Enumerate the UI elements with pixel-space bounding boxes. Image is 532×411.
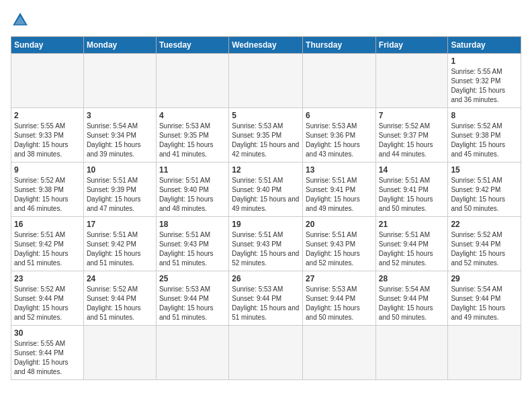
day-number: 11: [159, 165, 226, 175]
calendar-week-row: 23 Sunrise: 5:52 AM Sunset: 9:44 PM Dayl…: [11, 271, 521, 326]
day-info: Sunrise: 5:51 AM Sunset: 9:41 PM Dayligh…: [306, 176, 373, 214]
table-row: [303, 54, 376, 108]
table-row: 13 Sunrise: 5:51 AM Sunset: 9:41 PM Dayl…: [303, 163, 376, 217]
day-info: Sunrise: 5:52 AM Sunset: 9:44 PM Dayligh…: [451, 230, 518, 268]
table-row: 8 Sunrise: 5:52 AM Sunset: 9:38 PM Dayli…: [448, 108, 521, 163]
day-number: 27: [306, 274, 373, 283]
day-number: 15: [451, 165, 518, 175]
table-row: [229, 326, 303, 380]
table-row: 5 Sunrise: 5:53 AM Sunset: 9:35 PM Dayli…: [229, 108, 303, 163]
calendar-table: Sunday Monday Tuesday Wednesday Thursday…: [11, 36, 521, 380]
table-row: 17 Sunrise: 5:51 AM Sunset: 9:42 PM Dayl…: [83, 217, 156, 271]
table-row: 10 Sunrise: 5:51 AM Sunset: 9:39 PM Dayl…: [83, 163, 156, 217]
day-info: Sunrise: 5:55 AM Sunset: 9:32 PM Dayligh…: [451, 67, 518, 105]
day-number: 9: [14, 165, 81, 175]
table-row: 27 Sunrise: 5:53 AM Sunset: 9:44 PM Dayl…: [303, 271, 376, 326]
table-row: 19 Sunrise: 5:51 AM Sunset: 9:43 PM Dayl…: [229, 217, 303, 271]
table-row: 12 Sunrise: 5:51 AM Sunset: 9:40 PM Dayl…: [229, 163, 303, 217]
day-number: 4: [159, 111, 226, 120]
table-row: 6 Sunrise: 5:53 AM Sunset: 9:36 PM Dayli…: [303, 108, 376, 163]
day-info: Sunrise: 5:55 AM Sunset: 9:33 PM Dayligh…: [14, 122, 81, 159]
day-number: 16: [14, 220, 81, 229]
table-row: 28 Sunrise: 5:54 AM Sunset: 9:44 PM Dayl…: [375, 271, 448, 326]
day-info: Sunrise: 5:52 AM Sunset: 9:44 PM Dayligh…: [87, 285, 153, 322]
day-info: Sunrise: 5:51 AM Sunset: 9:42 PM Dayligh…: [87, 230, 153, 268]
day-info: Sunrise: 5:52 AM Sunset: 9:38 PM Dayligh…: [14, 176, 81, 214]
day-info: Sunrise: 5:54 AM Sunset: 9:44 PM Dayligh…: [379, 285, 445, 322]
table-row: 24 Sunrise: 5:52 AM Sunset: 9:44 PM Dayl…: [83, 271, 156, 326]
day-info: Sunrise: 5:51 AM Sunset: 9:40 PM Dayligh…: [232, 176, 300, 214]
day-number: 2: [14, 111, 81, 120]
calendar-week-row: 2 Sunrise: 5:55 AM Sunset: 9:33 PM Dayli…: [11, 108, 521, 163]
day-number: 24: [87, 274, 153, 283]
table-row: 15 Sunrise: 5:51 AM Sunset: 9:42 PM Dayl…: [448, 163, 521, 217]
day-number: 29: [451, 274, 518, 283]
logo-icon: [11, 11, 30, 30]
day-number: 10: [87, 165, 153, 175]
day-number: 13: [306, 165, 373, 175]
header-friday: Friday: [375, 37, 448, 54]
day-info: Sunrise: 5:54 AM Sunset: 9:34 PM Dayligh…: [87, 122, 153, 159]
day-number: 5: [232, 111, 300, 120]
table-row: 26 Sunrise: 5:53 AM Sunset: 9:44 PM Dayl…: [229, 271, 303, 326]
table-row: 22 Sunrise: 5:52 AM Sunset: 9:44 PM Dayl…: [448, 217, 521, 271]
table-row: 1 Sunrise: 5:55 AM Sunset: 9:32 PM Dayli…: [448, 54, 521, 108]
day-info: Sunrise: 5:52 AM Sunset: 9:37 PM Dayligh…: [379, 122, 445, 159]
day-info: Sunrise: 5:51 AM Sunset: 9:44 PM Dayligh…: [379, 230, 445, 268]
table-row: 2 Sunrise: 5:55 AM Sunset: 9:33 PM Dayli…: [11, 108, 84, 163]
header: [11, 11, 521, 30]
day-number: 7: [379, 111, 445, 120]
day-info: Sunrise: 5:51 AM Sunset: 9:41 PM Dayligh…: [379, 176, 445, 214]
day-number: 3: [87, 111, 153, 120]
day-number: 6: [306, 111, 373, 120]
table-row: 30 Sunrise: 5:55 AM Sunset: 9:44 PM Dayl…: [11, 326, 84, 380]
table-row: [156, 326, 228, 380]
header-saturday: Saturday: [448, 37, 521, 54]
day-info: Sunrise: 5:51 AM Sunset: 9:43 PM Dayligh…: [306, 230, 373, 268]
table-row: [375, 54, 448, 108]
day-info: Sunrise: 5:51 AM Sunset: 9:43 PM Dayligh…: [232, 230, 300, 268]
page: Sunday Monday Tuesday Wednesday Thursday…: [0, 0, 532, 411]
table-row: 16 Sunrise: 5:51 AM Sunset: 9:42 PM Dayl…: [11, 217, 84, 271]
day-info: Sunrise: 5:51 AM Sunset: 9:39 PM Dayligh…: [87, 176, 153, 214]
day-info: Sunrise: 5:55 AM Sunset: 9:44 PM Dayligh…: [14, 339, 81, 377]
table-row: [303, 326, 376, 380]
table-row: [448, 326, 521, 380]
day-number: 21: [379, 220, 445, 229]
header-thursday: Thursday: [303, 37, 376, 54]
table-row: [156, 54, 228, 108]
day-number: 22: [451, 220, 518, 229]
logo: [11, 11, 32, 30]
day-number: 1: [451, 56, 518, 66]
day-number: 20: [306, 220, 373, 229]
calendar-week-row: 9 Sunrise: 5:52 AM Sunset: 9:38 PM Dayli…: [11, 163, 521, 217]
header-monday: Monday: [83, 37, 156, 54]
table-row: 23 Sunrise: 5:52 AM Sunset: 9:44 PM Dayl…: [11, 271, 84, 326]
day-number: 23: [14, 274, 81, 283]
day-info: Sunrise: 5:54 AM Sunset: 9:44 PM Dayligh…: [451, 285, 518, 322]
day-info: Sunrise: 5:53 AM Sunset: 9:44 PM Dayligh…: [159, 285, 226, 322]
table-row: 14 Sunrise: 5:51 AM Sunset: 9:41 PM Dayl…: [375, 163, 448, 217]
day-number: 30: [14, 328, 81, 338]
table-row: 21 Sunrise: 5:51 AM Sunset: 9:44 PM Dayl…: [375, 217, 448, 271]
table-row: 18 Sunrise: 5:51 AM Sunset: 9:43 PM Dayl…: [156, 217, 228, 271]
day-number: 14: [379, 165, 445, 175]
table-row: 29 Sunrise: 5:54 AM Sunset: 9:44 PM Dayl…: [448, 271, 521, 326]
day-number: 18: [159, 220, 226, 229]
table-row: 4 Sunrise: 5:53 AM Sunset: 9:35 PM Dayli…: [156, 108, 228, 163]
table-row: [11, 54, 84, 108]
day-number: 8: [451, 111, 518, 120]
table-row: 7 Sunrise: 5:52 AM Sunset: 9:37 PM Dayli…: [375, 108, 448, 163]
calendar-week-row: 1 Sunrise: 5:55 AM Sunset: 9:32 PM Dayli…: [11, 54, 521, 108]
table-row: [83, 54, 156, 108]
day-number: 28: [379, 274, 445, 283]
calendar-week-row: 16 Sunrise: 5:51 AM Sunset: 9:42 PM Dayl…: [11, 217, 521, 271]
table-row: [375, 326, 448, 380]
day-info: Sunrise: 5:53 AM Sunset: 9:36 PM Dayligh…: [306, 122, 373, 159]
day-info: Sunrise: 5:51 AM Sunset: 9:40 PM Dayligh…: [159, 176, 226, 214]
table-row: 9 Sunrise: 5:52 AM Sunset: 9:38 PM Dayli…: [11, 163, 84, 217]
day-info: Sunrise: 5:53 AM Sunset: 9:44 PM Dayligh…: [232, 285, 300, 322]
table-row: 20 Sunrise: 5:51 AM Sunset: 9:43 PM Dayl…: [303, 217, 376, 271]
day-number: 19: [232, 220, 300, 229]
day-info: Sunrise: 5:53 AM Sunset: 9:44 PM Dayligh…: [306, 285, 373, 322]
